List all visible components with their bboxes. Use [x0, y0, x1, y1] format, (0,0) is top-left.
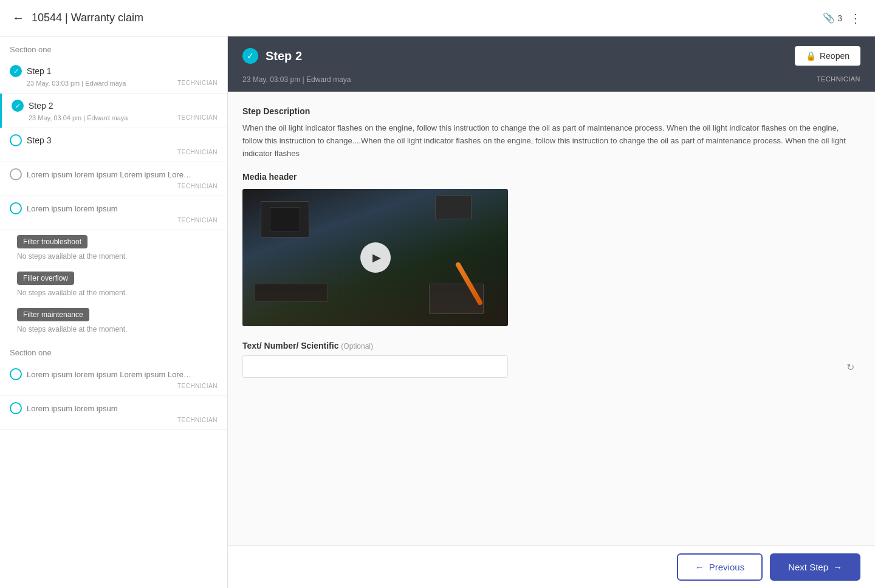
more-menu-button[interactable]: ⋮	[849, 11, 863, 26]
step3-name: Step 3	[27, 135, 51, 145]
step-description-title: Step Description	[242, 106, 860, 116]
content-area: ✓ Step 2 🔒 Reopen 23 May, 03:03 pm | Edw…	[228, 36, 875, 588]
filter-troubleshoot-badge: Filter troubleshoot	[17, 235, 88, 248]
lorem1-role: TECHNICIAN	[10, 183, 218, 190]
lorem3-status-icon	[10, 368, 22, 380]
step2-status-icon: ✓	[12, 100, 24, 112]
main-layout: Section one ✓ Step 1 23 May, 03:03 pm | …	[0, 36, 875, 588]
paperclip-icon: 📎	[823, 12, 835, 24]
lorem2-status-icon	[10, 202, 22, 214]
filter-troubleshoot-no-steps: No steps available at the moment.	[17, 251, 218, 265]
previous-button[interactable]: ← Previous	[677, 553, 763, 581]
sidebar: Section one ✓ Step 1 23 May, 03:03 pm | …	[0, 36, 228, 588]
step-role-tag: TECHNICIAN	[817, 75, 860, 84]
next-step-button[interactable]: Next Step →	[770, 553, 860, 581]
refresh-button[interactable]: ↻	[846, 361, 854, 372]
step2-role: TECHNICIAN	[177, 114, 218, 121]
arrow-right-icon: →	[833, 562, 842, 572]
sidebar-item-lorem4[interactable]: Lorem ipsum lorem ipsum TECHNICIAN	[0, 396, 227, 430]
step-date-user: 23 May, 03:03 pm | Edward maya	[242, 75, 351, 84]
bottom-navigation: ← Previous Next Step →	[228, 545, 875, 588]
reopen-button[interactable]: 🔒 Reopen	[795, 46, 860, 66]
step3-meta: TECHNICIAN	[10, 149, 218, 156]
reopen-label: Reopen	[820, 51, 849, 61]
top-header: ← 10544 | Warranty claim 📎 3 ⋮	[0, 0, 875, 36]
filter-maintenance-section: Filter maintenance No steps available at…	[0, 303, 227, 340]
filter-troubleshoot-section: Filter troubleshoot No steps available a…	[0, 230, 227, 267]
lorem1-text: Lorem ipsum lorem ipsum Lorem ipsum Lore…	[27, 170, 197, 179]
sidebar-item-lorem3[interactable]: Lorem ipsum lorem ipsum Lorem ipsum Lore…	[0, 362, 227, 396]
sidebar-item-step3[interactable]: Step 3 TECHNICIAN	[0, 128, 227, 162]
back-button[interactable]: ←	[12, 11, 24, 25]
text-number-scientific-input[interactable]	[242, 355, 508, 378]
lock-icon: 🔒	[806, 51, 816, 61]
step1-role: TECHNICIAN	[177, 80, 218, 87]
text-input-row: ↻	[242, 355, 860, 378]
filter-overflow-section: Filler overflow No steps available at th…	[0, 267, 227, 303]
page-title: 10544 | Warranty claim	[32, 12, 143, 24]
sidebar-item-lorem2[interactable]: Lorem ipsum lorem ipsum TECHNICIAN	[0, 196, 227, 230]
sidebar-item-lorem1[interactable]: Lorem ipsum lorem ipsum Lorem ipsum Lore…	[0, 162, 227, 196]
attachment-badge: 📎 3	[823, 12, 842, 24]
step-description-text: When the oil light indicator flashes on …	[242, 122, 860, 160]
text-input-optional: (Optional)	[341, 342, 373, 350]
step1-date-user: 23 May, 03:03 pm | Edward maya	[27, 80, 126, 87]
lorem3-text: Lorem ipsum lorem ipsum Lorem ipsum Lore…	[27, 370, 197, 379]
step-subheader: 23 May, 03:03 pm | Edward maya TECHNICIA…	[228, 75, 875, 92]
arrow-left-icon: ←	[695, 562, 704, 572]
step1-meta: 23 May, 03:03 pm | Edward maya TECHNICIA…	[10, 80, 218, 87]
media-header-title: Media header	[242, 172, 860, 182]
step1-status-icon: ✓	[10, 65, 22, 77]
video-thumbnail[interactable]: ▶	[242, 189, 508, 326]
lorem2-text: Lorem ipsum lorem ipsum	[27, 204, 118, 213]
lorem1-status-icon	[10, 168, 22, 180]
step-complete-icon: ✓	[242, 48, 258, 64]
filter-maintenance-badge: Filter maintenance	[17, 308, 89, 321]
lorem4-status-icon	[10, 402, 22, 414]
video-play-button[interactable]: ▶	[360, 242, 391, 273]
section-one-2-heading: Section one	[0, 340, 227, 362]
lorem2-role: TECHNICIAN	[10, 217, 218, 224]
step2-meta: 23 May, 03:04 pm | Edward maya TECHNICIA…	[12, 114, 218, 121]
attachment-count: 3	[837, 13, 842, 23]
header-left: ← 10544 | Warranty claim	[12, 11, 143, 25]
step-header-bar: ✓ Step 2 🔒 Reopen	[228, 36, 875, 75]
sidebar-item-step1[interactable]: ✓ Step 1 23 May, 03:03 pm | Edward maya …	[0, 59, 227, 94]
text-input-label-text: Text/ Number/ Scientific	[242, 341, 338, 350]
play-icon: ▶	[372, 251, 381, 264]
step2-name: Step 2	[29, 101, 53, 111]
step2-date-user: 23 May, 03:04 pm | Edward maya	[29, 114, 128, 121]
header-right: 📎 3 ⋮	[823, 11, 863, 26]
step3-status-icon	[10, 134, 22, 146]
step-header-title: Step 2	[266, 49, 302, 63]
lorem4-text: Lorem ipsum lorem ipsum	[27, 404, 118, 413]
filter-maintenance-no-steps: No steps available at the moment.	[17, 324, 218, 338]
step-header-left: ✓ Step 2	[242, 48, 302, 64]
previous-label: Previous	[709, 562, 744, 572]
text-input-section: Text/ Number/ Scientific (Optional) ↻	[242, 341, 860, 378]
step1-name: Step 1	[27, 66, 51, 76]
section-one-heading: Section one	[0, 36, 227, 59]
step-body: Step Description When the oil light indi…	[228, 92, 875, 545]
next-label: Next Step	[788, 562, 828, 572]
text-input-label: Text/ Number/ Scientific (Optional)	[242, 341, 860, 350]
step3-role: TECHNICIAN	[177, 149, 218, 156]
lorem4-role: TECHNICIAN	[10, 417, 218, 423]
filter-overflow-badge: Filler overflow	[17, 272, 74, 285]
sidebar-item-step2[interactable]: ✓ Step 2 23 May, 03:04 pm | Edward maya …	[0, 94, 227, 128]
lorem3-role: TECHNICIAN	[10, 383, 218, 389]
filter-overflow-no-steps: No steps available at the moment.	[17, 287, 218, 302]
